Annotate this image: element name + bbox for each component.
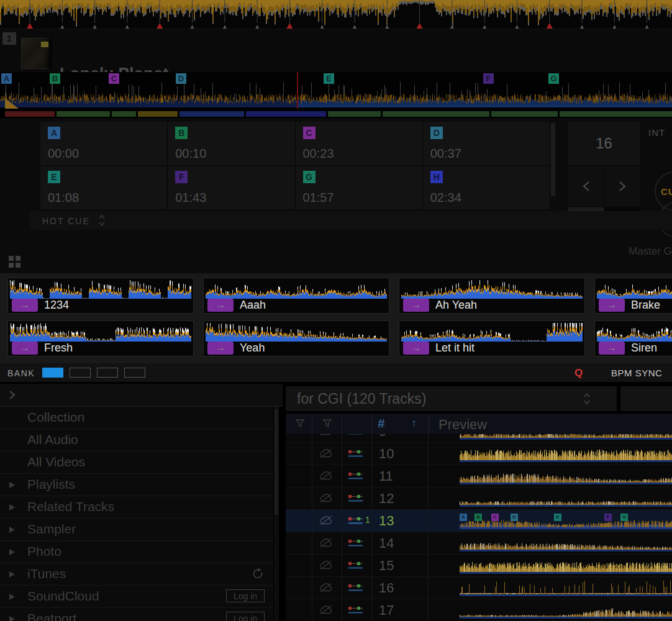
track-cell-blank <box>286 487 312 509</box>
bank-4-button[interactable] <box>124 368 145 378</box>
sample-play-button[interactable]: → <box>207 299 234 312</box>
hot-cue-pad-g[interactable]: G 01:57 <box>296 166 422 209</box>
sidebar-item-related-tracks[interactable]: Related Tracks <box>0 496 273 519</box>
track-preview[interactable] <box>429 555 672 576</box>
deck-waveform[interactable]: A B C D E F G <box>0 72 672 109</box>
sidebar-item-sampler[interactable]: Sampler <box>0 519 273 541</box>
waveform-cue-b[interactable]: B <box>50 73 60 84</box>
track-preview[interactable] <box>429 577 672 599</box>
hot-cue-pad-h[interactable]: H 02:34 <box>423 166 550 209</box>
track-number: 12 <box>371 487 429 509</box>
track-row[interactable]: 12 <box>286 487 672 510</box>
track-preview[interactable] <box>429 487 672 509</box>
track-preview[interactable] <box>429 599 672 621</box>
waveform-cue-f[interactable]: F <box>483 73 494 84</box>
sidebar-item-all-audio[interactable]: All Audio <box>0 429 273 451</box>
column-preview[interactable]: Preview <box>438 417 487 433</box>
sidebar-item-itunes[interactable]: iTunes <box>0 563 273 586</box>
track-preview[interactable] <box>429 465 672 487</box>
track-number: 9 <box>371 434 429 442</box>
filter-icon[interactable] <box>323 419 332 428</box>
sidebar-scrollbar[interactable] <box>274 407 279 621</box>
track-row[interactable]: 15 <box>286 555 672 577</box>
sample-slot-5[interactable]: → Fresh <box>7 320 194 356</box>
sample-slot-4[interactable]: → Brake <box>594 278 672 314</box>
track-row[interactable]: 9 <box>286 434 672 443</box>
track-preview[interactable] <box>429 443 672 465</box>
pad-grid-view-icon[interactable] <box>9 256 21 268</box>
sample-play-button[interactable]: → <box>12 342 38 355</box>
expand-right-icon[interactable] <box>9 390 16 400</box>
pad-mode-selector[interactable] <box>98 214 106 230</box>
sidebar-item-beatport[interactable]: Beatport Log in <box>0 608 273 621</box>
sample-play-button[interactable]: → <box>12 299 38 312</box>
waveform-cue-e[interactable]: E <box>324 73 334 84</box>
sidebar-item-all-videos[interactable]: All Videos <box>0 451 273 474</box>
login-button[interactable]: Log in <box>226 589 265 602</box>
track-row[interactable]: 14 <box>286 532 672 555</box>
side-panel-stub <box>620 386 672 411</box>
expand-triangle-icon[interactable] <box>9 504 15 510</box>
crate-selector[interactable] <box>583 391 591 409</box>
bank-2-button[interactable] <box>70 368 91 378</box>
hot-cue-pad-a[interactable]: A 00:00 <box>40 122 167 165</box>
sidebar-item-photo[interactable]: Photo <box>0 541 273 563</box>
sample-play-button[interactable]: → <box>403 299 429 312</box>
waveform-cue-a[interactable]: A <box>1 73 12 84</box>
hot-cue-pad-f[interactable]: F 01:43 <box>168 166 294 209</box>
hot-cue-pad-d[interactable]: D 00:37 <box>423 122 550 165</box>
bank-1-button[interactable] <box>42 368 63 378</box>
expand-triangle-icon[interactable] <box>9 482 15 488</box>
track-preview[interactable]: A B C D E F G <box>429 510 672 532</box>
track-cell-cloud <box>312 434 342 442</box>
sample-slot-1[interactable]: → 1234 <box>7 278 194 314</box>
waveform-cue-d[interactable]: D <box>176 73 186 84</box>
sample-slot-3[interactable]: → Ah Yeah <box>399 278 585 314</box>
sidebar-item-playlists[interactable]: Playlists <box>0 474 273 496</box>
login-button[interactable]: Log in <box>226 612 265 621</box>
track-preview[interactable] <box>429 532 672 554</box>
refresh-icon[interactable] <box>252 568 263 579</box>
arrow-right-icon: → <box>607 342 617 353</box>
track-row-selected[interactable]: 1 13 A B C D E F G <box>286 510 672 532</box>
hot-cue-pad-c[interactable]: C 00:23 <box>296 122 422 165</box>
pad-scrollbar[interactable] <box>550 122 556 209</box>
crate-title-bar[interactable]: for CGI (120 Tracks) <box>286 386 617 411</box>
track-preview[interactable] <box>429 434 672 442</box>
hot-cue-pad-e[interactable]: E 01:08 <box>40 166 167 209</box>
track-row[interactable]: 11 <box>286 465 672 487</box>
sample-play-button[interactable]: → <box>207 342 234 355</box>
sample-slot-6[interactable]: → Yeah <box>203 320 389 356</box>
expand-triangle-icon[interactable] <box>9 571 15 578</box>
sample-slot-2[interactable]: → Aaah <box>203 278 389 314</box>
sample-slot-7[interactable]: → Let it hit <box>399 320 585 356</box>
sample-slot-8[interactable]: → Siren <box>594 320 672 356</box>
bpm-sync-button[interactable]: BPM SYNC <box>611 368 662 378</box>
track-row[interactable]: 17 <box>286 599 672 621</box>
preview-cue-g: G <box>620 514 628 521</box>
expand-triangle-icon[interactable] <box>9 616 15 621</box>
loop-halve-button[interactable] <box>568 166 604 206</box>
expand-triangle-icon[interactable] <box>9 549 15 555</box>
sort-ascending-icon[interactable]: ↑ <box>411 417 417 430</box>
sample-play-button[interactable]: → <box>599 342 625 355</box>
sidebar-item-soundcloud[interactable]: SoundCloud Log in <box>0 586 273 608</box>
sample-play-button[interactable]: → <box>403 342 429 355</box>
filter-icon[interactable] <box>296 419 304 428</box>
bank-3-button[interactable] <box>97 368 118 378</box>
column-number[interactable]: # <box>378 416 385 431</box>
hot-cue-e-time: 01:08 <box>48 191 79 205</box>
sample-play-button[interactable]: → <box>599 299 625 312</box>
expand-triangle-icon[interactable] <box>9 594 15 600</box>
expand-triangle-icon[interactable] <box>9 527 15 533</box>
track-row[interactable]: 16 <box>286 577 672 599</box>
hot-cue-pad-b[interactable]: B 00:10 <box>168 122 294 165</box>
loop-double-button[interactable] <box>604 166 640 206</box>
quantize-button[interactable]: Q <box>574 367 583 379</box>
sidebar-item-collection[interactable]: Collection <box>0 407 273 429</box>
waveform-cue-g[interactable]: G <box>548 73 559 84</box>
track-cell-cloud <box>312 465 342 487</box>
beatgrid-overview[interactable] <box>0 0 672 29</box>
track-row[interactable]: 10 <box>286 443 672 465</box>
waveform-cue-c[interactable]: C <box>109 73 119 84</box>
